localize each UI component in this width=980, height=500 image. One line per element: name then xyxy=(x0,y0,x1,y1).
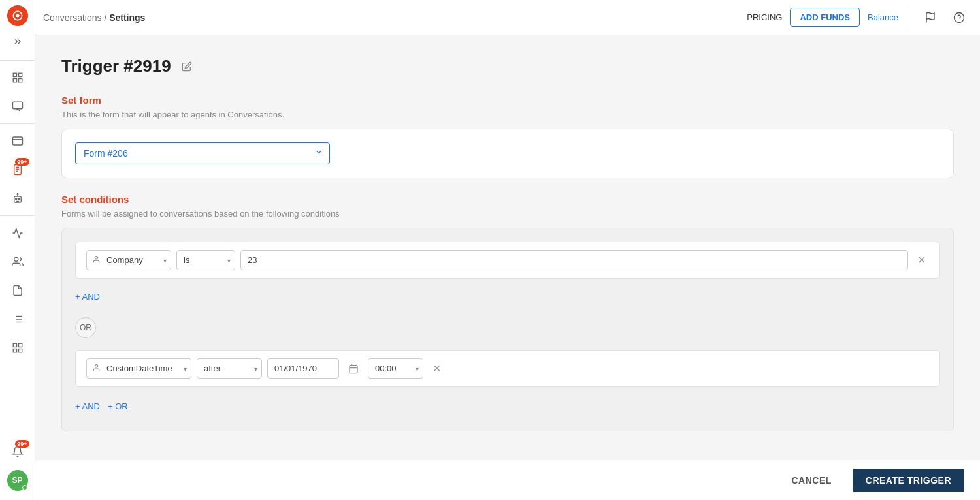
breadcrumb: Conversations / Settings xyxy=(43,12,747,23)
condition1-field-wrapper: Company Name Email ▾ xyxy=(86,250,171,270)
cancel-button[interactable]: CANCEL xyxy=(781,470,841,491)
calendar-button[interactable] xyxy=(344,364,363,374)
notifications-button[interactable]: 99+ xyxy=(5,439,31,465)
pricing-link[interactable]: PRICING xyxy=(747,12,782,22)
create-trigger-button[interactable]: CREATE TRIGGER xyxy=(853,469,964,492)
condition1-value-input[interactable] xyxy=(240,250,908,270)
footer: CANCEL CREATE TRIGGER xyxy=(35,460,980,500)
condition1-remove-button[interactable]: ✕ xyxy=(913,253,929,268)
topnav: Conversations / Settings PRICING ADD FUN… xyxy=(35,0,980,35)
sidebar: 99+ 99+ SP xyxy=(0,0,35,500)
set-conditions-section: Set conditions Forms will be assigned to… xyxy=(61,194,954,431)
breadcrumb-separator: / xyxy=(102,12,110,23)
condition1-operator-select[interactable]: is is not contains xyxy=(176,250,235,270)
condition1-operator-wrapper: is is not contains ▾ xyxy=(176,250,235,270)
sidebar-item-rules[interactable] xyxy=(5,306,31,332)
add-and-button-1[interactable]: + AND xyxy=(75,292,100,302)
svg-point-16 xyxy=(14,257,18,261)
svg-rect-2 xyxy=(18,73,22,76)
svg-rect-32 xyxy=(350,365,357,373)
set-conditions-label: Set conditions xyxy=(61,194,954,205)
balance-link[interactable]: Balance xyxy=(868,12,898,22)
svg-rect-5 xyxy=(12,102,22,109)
sidebar-item-inbox[interactable] xyxy=(5,93,31,119)
svg-rect-23 xyxy=(13,343,16,347)
condition2-operator-select[interactable]: after before on xyxy=(197,358,262,379)
form-select[interactable]: Form #206 Form #101 Form #300 xyxy=(75,142,330,164)
set-form-card: Form #206 Form #101 Form #300 xyxy=(61,129,954,178)
or-separator: OR xyxy=(75,317,96,338)
condition-row-2: CustomDateTime Company Email ▾ after bef… xyxy=(75,350,940,387)
condition2-time-wrapper: 00:00 01:00 12:00 23:00 ▾ xyxy=(368,358,423,379)
sidebar-item-dashboard[interactable] xyxy=(5,65,31,91)
sidebar-item-team[interactable] xyxy=(5,249,31,275)
edit-title-button[interactable] xyxy=(178,57,196,76)
svg-rect-26 xyxy=(18,349,22,352)
add-condition-row: + AND + OR xyxy=(75,395,940,418)
form-select-wrapper: Form #206 Form #101 Form #300 xyxy=(75,142,330,164)
topnav-right: PRICING ADD FUNDS Balance xyxy=(747,7,970,28)
condition2-field-wrapper: CustomDateTime Company Email ▾ xyxy=(86,358,191,379)
svg-rect-8 xyxy=(14,165,21,175)
forms-badge: 99+ xyxy=(15,158,29,166)
breadcrumb-parent[interactable]: Conversations xyxy=(43,12,102,23)
svg-point-28 xyxy=(955,12,964,22)
nav-divider xyxy=(909,7,909,28)
svg-rect-4 xyxy=(18,79,22,82)
sidebar-expand-button[interactable] xyxy=(7,31,28,52)
user-avatar[interactable]: SP xyxy=(5,467,31,493)
help-icon-button[interactable] xyxy=(949,7,970,28)
set-form-label: Set form xyxy=(61,95,954,106)
main-content: Trigger #2919 Set form This is the form … xyxy=(35,35,980,460)
set-form-desc: This is the form that will appear to age… xyxy=(61,110,954,119)
app-logo[interactable] xyxy=(7,5,28,26)
sidebar-item-analytics[interactable] xyxy=(5,220,31,246)
svg-point-14 xyxy=(18,198,20,200)
page-title: Trigger #2919 xyxy=(61,56,171,76)
online-indicator xyxy=(22,485,27,490)
condition2-time-select[interactable]: 00:00 01:00 12:00 23:00 xyxy=(368,358,423,379)
condition-row-1: Company Name Email ▾ is is not contains xyxy=(75,242,940,279)
condition2-date-input[interactable] xyxy=(267,358,339,379)
set-form-section: Set form This is the form that will appe… xyxy=(61,95,954,178)
notification-badge: 99+ xyxy=(15,440,29,448)
sidebar-item-forms[interactable]: 99+ xyxy=(5,157,31,183)
sidebar-item-bots[interactable] xyxy=(5,185,31,211)
svg-point-15 xyxy=(17,194,18,195)
add-funds-button[interactable]: ADD FUNDS xyxy=(790,8,860,27)
condition2-field-select[interactable]: CustomDateTime Company Email xyxy=(86,358,191,379)
avatar: SP xyxy=(7,470,28,491)
svg-rect-24 xyxy=(18,343,22,347)
add-or-button[interactable]: + OR xyxy=(108,401,128,411)
set-conditions-desc: Forms will be assigned to conversations … xyxy=(61,209,954,219)
svg-rect-25 xyxy=(13,349,16,352)
sidebar-item-settings[interactable] xyxy=(5,335,31,361)
svg-rect-1 xyxy=(13,73,16,76)
flag-icon-button[interactable] xyxy=(920,7,941,28)
condition2-operator-wrapper: after before on ▾ xyxy=(197,358,262,379)
condition1-field-select[interactable]: Company Name Email xyxy=(86,250,171,270)
add-and-button-2[interactable]: + AND xyxy=(75,401,100,411)
condition2-remove-button[interactable]: ✕ xyxy=(429,361,444,377)
sidebar-item-contacts[interactable] xyxy=(5,128,31,154)
svg-rect-6 xyxy=(12,137,22,145)
svg-point-13 xyxy=(15,198,16,200)
sidebar-item-templates[interactable] xyxy=(5,277,31,304)
page-title-row: Trigger #2919 xyxy=(61,56,954,76)
svg-rect-3 xyxy=(13,79,16,82)
conditions-card: Company Name Email ▾ is is not contains xyxy=(61,228,954,431)
breadcrumb-current: Settings xyxy=(109,12,145,23)
